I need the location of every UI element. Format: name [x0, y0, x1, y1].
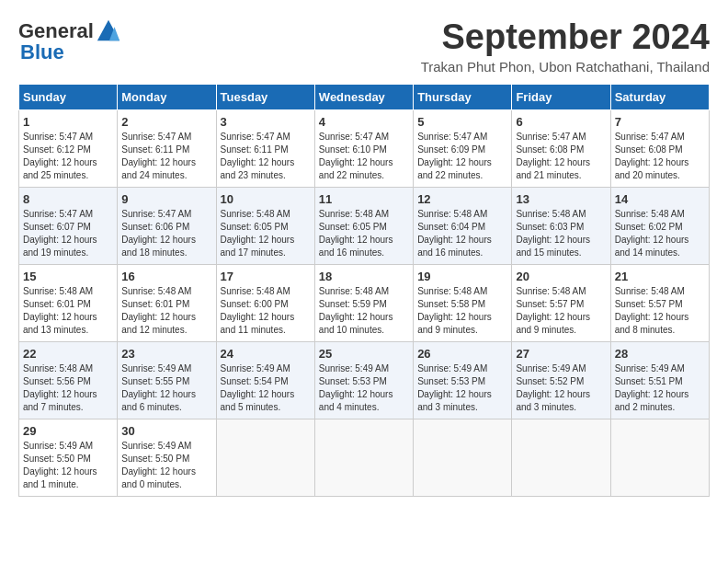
day-info: Sunrise: 5:47 AMSunset: 6:12 PMDaylight:… — [23, 131, 113, 182]
day-number: 9 — [121, 192, 211, 206]
day-info: Sunrise: 5:49 AMSunset: 5:52 PMDaylight:… — [516, 362, 606, 414]
calendar-cell: 21Sunrise: 5:48 AMSunset: 5:57 PMDayligh… — [610, 264, 709, 341]
calendar-cell: 30Sunrise: 5:49 AMSunset: 5:50 PMDayligh… — [118, 419, 216, 496]
calendar: SundayMondayTuesdayWednesdayThursdayFrid… — [18, 84, 710, 497]
day-number: 27 — [516, 347, 606, 361]
day-info: Sunrise: 5:48 AMSunset: 5:57 PMDaylight:… — [615, 285, 705, 337]
day-info: Sunrise: 5:47 AMSunset: 6:08 PMDaylight:… — [516, 131, 606, 182]
day-info: Sunrise: 5:48 AMSunset: 5:57 PMDaylight:… — [516, 285, 606, 337]
calendar-cell: 13Sunrise: 5:48 AMSunset: 6:03 PMDayligh… — [512, 187, 610, 264]
calendar-cell: 22Sunrise: 5:48 AMSunset: 5:56 PMDayligh… — [19, 341, 118, 419]
day-number: 13 — [516, 192, 606, 206]
day-number: 29 — [23, 424, 113, 438]
day-number: 11 — [319, 192, 409, 206]
day-info: Sunrise: 5:48 AMSunset: 5:56 PMDaylight:… — [23, 362, 113, 414]
calendar-cell — [216, 419, 314, 496]
day-number: 4 — [319, 115, 409, 129]
calendar-header-wednesday: Wednesday — [314, 84, 413, 109]
calendar-cell: 29Sunrise: 5:49 AMSunset: 5:50 PMDayligh… — [19, 419, 118, 496]
day-number: 19 — [417, 270, 507, 283]
calendar-cell — [414, 419, 512, 496]
calendar-week-row: 22Sunrise: 5:48 AMSunset: 5:56 PMDayligh… — [19, 341, 710, 419]
calendar-cell: 4Sunrise: 5:47 AMSunset: 6:10 PMDaylight… — [314, 109, 413, 187]
calendar-header-tuesday: Tuesday — [216, 84, 314, 109]
calendar-cell: 8Sunrise: 5:47 AMSunset: 6:07 PMDaylight… — [19, 187, 118, 264]
calendar-cell: 14Sunrise: 5:48 AMSunset: 6:02 PMDayligh… — [610, 187, 709, 264]
day-number: 24 — [221, 347, 311, 361]
day-info: Sunrise: 5:47 AMSunset: 6:11 PMDaylight:… — [221, 131, 311, 182]
day-info: Sunrise: 5:48 AMSunset: 6:03 PMDaylight:… — [516, 208, 606, 259]
calendar-cell: 18Sunrise: 5:48 AMSunset: 5:59 PMDayligh… — [314, 264, 413, 341]
calendar-cell: 15Sunrise: 5:48 AMSunset: 6:01 PMDayligh… — [19, 264, 118, 341]
day-info: Sunrise: 5:47 AMSunset: 6:06 PMDaylight:… — [121, 208, 211, 259]
logo: General Blue — [18, 18, 121, 64]
day-info: Sunrise: 5:48 AMSunset: 6:04 PMDaylight:… — [417, 208, 507, 259]
day-info: Sunrise: 5:49 AMSunset: 5:51 PMDaylight:… — [615, 362, 705, 414]
day-info: Sunrise: 5:47 AMSunset: 6:09 PMDaylight:… — [417, 131, 507, 182]
calendar-cell: 10Sunrise: 5:48 AMSunset: 6:05 PMDayligh… — [216, 187, 314, 264]
day-info: Sunrise: 5:48 AMSunset: 6:05 PMDaylight:… — [221, 208, 311, 259]
calendar-week-row: 1Sunrise: 5:47 AMSunset: 6:12 PMDaylight… — [19, 109, 710, 187]
day-number: 12 — [417, 192, 507, 206]
calendar-body: 1Sunrise: 5:47 AMSunset: 6:12 PMDaylight… — [19, 109, 710, 496]
day-info: Sunrise: 5:49 AMSunset: 5:54 PMDaylight:… — [221, 362, 311, 414]
calendar-week-row: 29Sunrise: 5:49 AMSunset: 5:50 PMDayligh… — [19, 419, 710, 496]
calendar-cell: 3Sunrise: 5:47 AMSunset: 6:11 PMDaylight… — [216, 109, 314, 187]
calendar-week-row: 15Sunrise: 5:48 AMSunset: 6:01 PMDayligh… — [19, 264, 710, 341]
day-number: 8 — [23, 192, 113, 206]
day-number: 26 — [417, 347, 507, 361]
day-number: 28 — [615, 347, 705, 361]
calendar-cell: 1Sunrise: 5:47 AMSunset: 6:12 PMDaylight… — [19, 109, 118, 187]
day-info: Sunrise: 5:47 AMSunset: 6:07 PMDaylight:… — [23, 208, 113, 259]
day-info: Sunrise: 5:49 AMSunset: 5:53 PMDaylight:… — [417, 362, 507, 414]
calendar-header-sunday: Sunday — [19, 84, 118, 109]
day-number: 14 — [615, 192, 705, 206]
calendar-cell: 5Sunrise: 5:47 AMSunset: 6:09 PMDaylight… — [414, 109, 512, 187]
day-info: Sunrise: 5:48 AMSunset: 6:01 PMDaylight:… — [23, 285, 113, 337]
calendar-cell: 23Sunrise: 5:49 AMSunset: 5:55 PMDayligh… — [118, 341, 216, 419]
calendar-cell: 24Sunrise: 5:49 AMSunset: 5:54 PMDayligh… — [216, 341, 314, 419]
calendar-cell: 6Sunrise: 5:47 AMSunset: 6:08 PMDaylight… — [512, 109, 610, 187]
calendar-cell: 7Sunrise: 5:47 AMSunset: 6:08 PMDaylight… — [610, 109, 709, 187]
calendar-cell — [610, 419, 709, 496]
day-info: Sunrise: 5:48 AMSunset: 5:59 PMDaylight:… — [319, 285, 409, 337]
day-number: 17 — [221, 270, 311, 283]
calendar-header-row: SundayMondayTuesdayWednesdayThursdayFrid… — [19, 84, 710, 109]
calendar-cell — [314, 419, 413, 496]
calendar-cell — [512, 419, 610, 496]
day-number: 25 — [319, 347, 409, 361]
calendar-header-friday: Friday — [512, 84, 610, 109]
calendar-cell: 20Sunrise: 5:48 AMSunset: 5:57 PMDayligh… — [512, 264, 610, 341]
day-number: 23 — [121, 347, 211, 361]
month-title: September 2024 — [421, 18, 710, 57]
day-info: Sunrise: 5:48 AMSunset: 6:01 PMDaylight:… — [121, 285, 211, 337]
day-number: 5 — [417, 115, 507, 129]
day-number: 6 — [516, 115, 606, 129]
calendar-cell: 11Sunrise: 5:48 AMSunset: 6:05 PMDayligh… — [314, 187, 413, 264]
day-number: 2 — [121, 115, 211, 129]
day-number: 16 — [121, 270, 211, 283]
day-number: 10 — [221, 192, 311, 206]
day-info: Sunrise: 5:49 AMSunset: 5:55 PMDaylight:… — [121, 362, 211, 414]
logo-icon — [96, 18, 121, 44]
title-section: September 2024 Trakan Phut Phon, Ubon Ra… — [421, 18, 710, 75]
logo-blue-text: Blue — [20, 40, 64, 63]
calendar-header-monday: Monday — [118, 84, 216, 109]
calendar-cell: 9Sunrise: 5:47 AMSunset: 6:06 PMDaylight… — [118, 187, 216, 264]
calendar-cell: 26Sunrise: 5:49 AMSunset: 5:53 PMDayligh… — [414, 341, 512, 419]
day-number: 7 — [615, 115, 705, 129]
day-number: 3 — [221, 115, 311, 129]
calendar-cell: 12Sunrise: 5:48 AMSunset: 6:04 PMDayligh… — [414, 187, 512, 264]
calendar-cell: 25Sunrise: 5:49 AMSunset: 5:53 PMDayligh… — [314, 341, 413, 419]
day-info: Sunrise: 5:48 AMSunset: 6:05 PMDaylight:… — [319, 208, 409, 259]
day-info: Sunrise: 5:49 AMSunset: 5:50 PMDaylight:… — [121, 440, 211, 491]
day-number: 30 — [121, 424, 211, 438]
location-title: Trakan Phut Phon, Ubon Ratchathani, Thai… — [421, 59, 710, 75]
day-info: Sunrise: 5:48 AMSunset: 6:02 PMDaylight:… — [615, 208, 705, 259]
day-number: 21 — [615, 270, 705, 283]
day-info: Sunrise: 5:47 AMSunset: 6:08 PMDaylight:… — [615, 131, 705, 182]
day-info: Sunrise: 5:48 AMSunset: 5:58 PMDaylight:… — [417, 285, 507, 337]
calendar-cell: 28Sunrise: 5:49 AMSunset: 5:51 PMDayligh… — [610, 341, 709, 419]
day-number: 22 — [23, 347, 113, 361]
day-number: 15 — [23, 270, 113, 283]
